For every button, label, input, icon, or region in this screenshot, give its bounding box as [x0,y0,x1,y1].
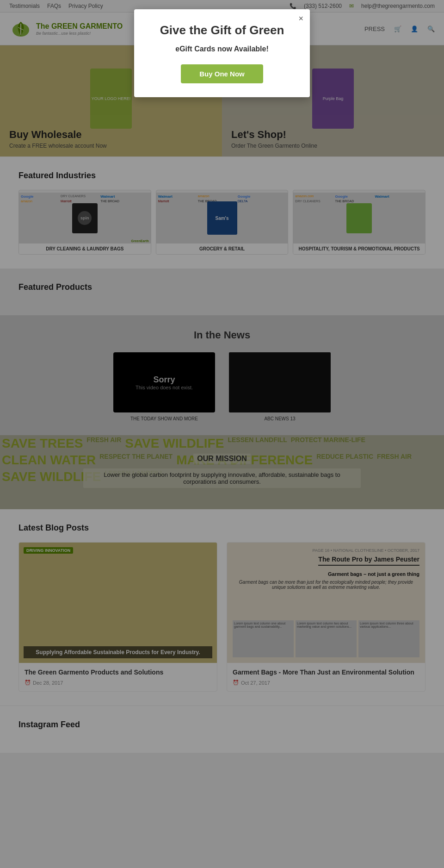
modal-overlay[interactable]: × Give the Gift of Green eGift Cards now… [0,0,444,753]
modal-close-button[interactable]: × [298,14,303,24]
modal-title: Give the Gift of Green [148,23,296,37]
buy-now-button[interactable]: Buy One Now [181,64,263,83]
modal-subtitle: eGift Cards now Available! [148,45,296,53]
modal-dialog: × Give the Gift of Green eGift Cards now… [134,9,310,97]
